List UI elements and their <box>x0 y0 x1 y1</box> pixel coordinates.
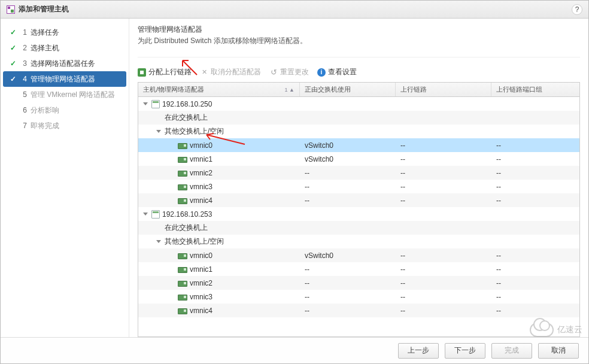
next-button[interactable]: 下一步 <box>445 343 485 359</box>
row-label: vmnic0 <box>190 251 212 260</box>
dialog-footer: 上一步 下一步 完成 取消 <box>1 337 588 363</box>
row-label: vmnic4 <box>190 196 212 205</box>
cell-c2: -- <box>396 307 491 315</box>
toolbar: 分配上行链路 取消分配适配器 重置更改 查看设置 <box>138 66 580 78</box>
nic-row[interactable]: vmnic3------ <box>138 180 579 193</box>
check-icon: ✓ <box>9 44 17 52</box>
expand-icon[interactable] <box>143 102 148 105</box>
nic-icon <box>178 295 187 301</box>
step-number: 1 <box>21 28 27 37</box>
step-number: 6 <box>21 106 27 114</box>
row-label: vmnic0 <box>190 141 212 150</box>
col-host-adapter[interactable]: 主机/物理网络适配器 1 ▲ <box>138 83 300 96</box>
cell-c1: -- <box>300 279 396 287</box>
cell-c3: -- <box>491 141 579 150</box>
wizard-step-3[interactable]: ✓3选择网络适配器任务 <box>3 56 126 71</box>
titlebar: 添加和管理主机 ? <box>1 1 588 19</box>
step-label: 选择网络适配器任务 <box>31 59 95 69</box>
assign-label: 分配上行链路 <box>148 67 192 77</box>
row-label: 其他交换机上/空闲 <box>165 126 224 136</box>
check-icon: ✓ <box>9 59 17 68</box>
nic-row[interactable]: vmnic0vSwitch0---- <box>138 138 579 152</box>
col-uplink-portgroup[interactable]: 上行链路端口组 <box>491 83 579 96</box>
cell-c2: -- <box>396 169 491 177</box>
dialog-icon <box>7 5 15 14</box>
nic-icon <box>178 267 187 273</box>
unassign-label: 取消分配适配器 <box>211 67 261 77</box>
cell-c2: -- <box>396 265 491 274</box>
cell-c3: -- <box>491 251 579 260</box>
group-row[interactable]: 其他交换机上/空闲 <box>138 125 579 138</box>
step-label: 管理 VMkernel 网络适配器 <box>31 90 115 100</box>
col-uplink[interactable]: 上行链路 <box>396 83 491 96</box>
check-icon: ✓ <box>9 28 17 37</box>
nic-row[interactable]: vmnic2------ <box>138 166 579 180</box>
cell-c1: -- <box>300 293 396 301</box>
dialog: 添加和管理主机 ? ✓1选择任务✓2选择主机✓3选择网络适配器任务✓4管理物理网… <box>0 0 589 364</box>
nic-row[interactable]: vmnic1vSwitch0---- <box>138 152 579 166</box>
nic-row[interactable]: vmnic4------ <box>138 304 579 317</box>
row-label: 在此交换机上 <box>165 113 208 123</box>
wizard-step-6: 6分析影响 <box>3 102 126 118</box>
step-label: 即将完成 <box>31 121 59 131</box>
group-row[interactable]: 在此交换机上 <box>138 221 579 235</box>
cell-c3: -- <box>491 169 579 177</box>
nic-icon <box>178 143 187 149</box>
view-label: 查看设置 <box>328 67 357 77</box>
dialog-body: ✓1选择任务✓2选择主机✓3选择网络适配器任务✓4管理物理网络适配器5管理 VM… <box>1 19 588 337</box>
nic-row[interactable]: vmnic4------ <box>138 193 579 207</box>
host-icon <box>151 210 160 219</box>
cell-c2: -- <box>396 279 491 287</box>
view-settings-button[interactable]: 查看设置 <box>317 67 357 77</box>
back-button[interactable]: 上一步 <box>398 343 439 359</box>
unassign-adapter-button[interactable]: 取消分配适配器 <box>200 67 261 77</box>
wizard-step-2[interactable]: ✓2选择主机 <box>3 40 126 56</box>
wizard-step-4[interactable]: ✓4管理物理网络适配器 <box>3 71 126 87</box>
nic-row[interactable]: vmnic1------ <box>138 262 579 276</box>
cell-c3: -- <box>491 293 579 301</box>
expand-icon[interactable] <box>156 240 161 243</box>
expand-icon[interactable] <box>143 213 148 216</box>
wizard-step-7: 7即将完成 <box>3 118 126 134</box>
cell-c3: -- <box>491 155 579 163</box>
assign-uplink-button[interactable]: 分配上行链路 <box>138 67 192 77</box>
table-body: 192.168.10.250在此交换机上其他交换机上/空闲vmnic0vSwit… <box>138 97 579 336</box>
cell-c1: vSwitch0 <box>300 155 396 163</box>
cell-c1: -- <box>300 169 396 177</box>
group-row[interactable]: 其他交换机上/空闲 <box>138 235 579 248</box>
help-button[interactable]: ? <box>572 4 582 15</box>
cell-c2: -- <box>396 293 491 301</box>
dialog-title: 添加和管理主机 <box>19 4 69 14</box>
finish-button[interactable]: 完成 <box>491 343 532 359</box>
cell-c1: vSwitch0 <box>300 141 396 150</box>
row-label: 在此交换机上 <box>165 223 208 233</box>
expand-icon[interactable] <box>156 130 161 133</box>
cell-c3: -- <box>491 307 579 315</box>
row-label: vmnic2 <box>190 279 212 287</box>
nic-icon <box>178 308 187 314</box>
cancel-button[interactable]: 取消 <box>538 343 579 359</box>
nic-icon <box>178 198 187 204</box>
host-icon <box>151 100 160 108</box>
wizard-step-1[interactable]: ✓1选择任务 <box>3 25 126 40</box>
host-row[interactable]: 192.168.10.250 <box>138 97 579 111</box>
row-label: 192.168.10.253 <box>162 210 212 219</box>
row-label: vmnic2 <box>190 169 212 177</box>
row-label: vmnic1 <box>190 265 212 274</box>
col-used-by-switch[interactable]: 正由交换机使用 <box>300 83 396 96</box>
step-label: 分析影响 <box>31 105 59 116</box>
content-heading: 管理物理网络适配器 <box>138 25 580 35</box>
group-row[interactable]: 在此交换机上 <box>138 111 579 125</box>
cell-c1: -- <box>300 183 396 191</box>
nic-row[interactable]: vmnic3------ <box>138 290 579 304</box>
host-row[interactable]: 192.168.10.253 <box>138 207 579 221</box>
cell-c3: -- <box>491 279 579 287</box>
nic-icon <box>178 184 187 190</box>
nic-row[interactable]: vmnic0vSwitch0---- <box>138 248 579 262</box>
nic-row[interactable]: vmnic2------ <box>138 276 579 290</box>
step-label: 管理物理网络适配器 <box>31 74 95 84</box>
cell-c1: -- <box>300 265 396 274</box>
reset-changes-button[interactable]: 重置更改 <box>269 67 309 77</box>
cell-c2: -- <box>396 196 491 205</box>
nic-icon <box>178 281 187 287</box>
